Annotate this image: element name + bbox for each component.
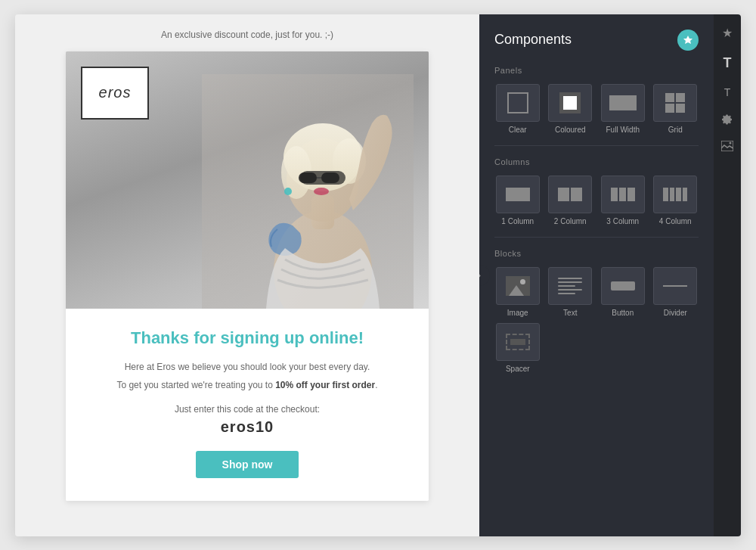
blocks-grid-2: Spacer [494, 323, 699, 373]
block-text-box [548, 267, 592, 305]
block-spacer-label: Spacer [506, 365, 530, 373]
panel-title: Components [494, 32, 572, 48]
svg-rect-9 [299, 172, 317, 183]
col-3-item[interactable]: 3 Column [600, 176, 646, 225]
email-body-line2: To get you started we're treating you to… [96, 378, 398, 393]
col-4-item[interactable]: 4 Column [652, 176, 699, 225]
grid-icon [665, 93, 685, 113]
brand-svg-icon [683, 35, 693, 45]
block-divider-item[interactable]: Divider [652, 267, 699, 317]
svg-point-14 [730, 141, 732, 144]
panel-clear-item[interactable]: Clear [494, 84, 541, 134]
svg-point-7 [314, 188, 329, 195]
coloured-icon-inner [563, 96, 577, 110]
divider-1 [494, 145, 699, 146]
main-container: An exclusive discount code, just for you… [15, 14, 741, 536]
blocks-section-label: Blocks [494, 249, 699, 258]
1col-icon [506, 188, 530, 201]
svg-point-12 [284, 188, 292, 195]
panel-brand-icon [677, 30, 699, 51]
right-sidebar: ★ T T [714, 14, 741, 536]
fullwidth-icon [609, 95, 637, 110]
columns-section-label: Columns [494, 157, 699, 166]
block-spacer-box [496, 323, 540, 361]
block-image-label: Image [507, 309, 528, 317]
coloured-icon [559, 92, 581, 113]
panel-clear-label: Clear [509, 126, 527, 134]
block-text-item[interactable]: Text [547, 267, 594, 317]
col-2-label: 2 Column [554, 217, 587, 225]
block-image-box [496, 267, 540, 305]
columns-grid: 1 Column 2 Column 3 Column [494, 176, 699, 225]
block-divider-label: Divider [664, 309, 687, 317]
panel-fullwidth-box [601, 84, 645, 122]
2col-icon [558, 188, 582, 201]
divider-icon [663, 285, 687, 287]
star-icon[interactable]: ★ [722, 26, 733, 40]
block-button-item[interactable]: Button [600, 267, 646, 317]
panel-grid-label: Grid [668, 126, 683, 134]
email-top-bar: An exclusive discount code, just for you… [30, 30, 464, 40]
email-logo: eros [81, 67, 149, 120]
col-3-label: 3 Column [606, 217, 639, 225]
panels-grid: Clear Coloured Full Width [494, 84, 699, 134]
panel-coloured-item[interactable]: Coloured [547, 84, 594, 134]
block-text-label: Text [563, 309, 577, 317]
4col-icon [663, 188, 687, 201]
panel-grid-item[interactable]: Grid [652, 84, 699, 134]
divider-2 [494, 237, 699, 238]
image-icon [506, 276, 530, 296]
panel-coloured-box [548, 84, 592, 122]
components-panel: › Components Panels Clear [479, 14, 714, 536]
3col-icon [611, 188, 635, 201]
shop-now-button[interactable]: Shop now [196, 451, 299, 478]
col-4-label: 4 Column [659, 217, 692, 225]
email-preview: An exclusive discount code, just for you… [15, 14, 479, 536]
svg-rect-10 [321, 172, 339, 183]
collapse-panel-button[interactable]: › [479, 265, 490, 286]
col-1-item[interactable]: 1 Column [494, 176, 541, 225]
col-4-box [653, 176, 697, 213]
email-body-line1: Here at Eros we believe you should look … [96, 360, 398, 374]
settings-gear-icon[interactable] [721, 113, 733, 126]
panel-clear-box [496, 84, 540, 122]
block-image-item[interactable]: Image [494, 267, 541, 317]
top-bar-text: An exclusive discount code, just for you… [161, 30, 333, 40]
text-icon [558, 278, 582, 294]
col-1-label: 1 Column [501, 217, 534, 225]
block-divider-box [653, 267, 697, 305]
block-button-label: Button [612, 309, 634, 317]
button-icon [611, 281, 635, 291]
clear-icon [507, 92, 528, 113]
col-1-box [496, 176, 540, 213]
heading-t-icon[interactable]: T [723, 55, 732, 71]
col-2-item[interactable]: 2 Column [547, 176, 594, 225]
panels-section-label: Panels [494, 66, 699, 75]
panel-coloured-label: Coloured [555, 126, 586, 134]
block-spacer-item[interactable]: Spacer [494, 323, 541, 373]
panel-grid-box [653, 84, 697, 122]
email-heading: Thanks for signing up online! [96, 328, 398, 350]
panel-fullwidth-label: Full Width [606, 126, 640, 134]
block-button-box [601, 267, 645, 305]
email-card: eros [66, 51, 429, 502]
spacer-icon [506, 334, 530, 350]
col-3-box [601, 176, 645, 213]
email-code-label: Just enter this code at the checkout: [96, 404, 398, 415]
woman-figure [202, 74, 414, 309]
blocks-grid: Image Text [494, 267, 699, 317]
text-t-icon[interactable]: T [724, 86, 731, 98]
panel-fullwidth-item[interactable]: Full Width [600, 84, 646, 134]
email-code: eros10 [96, 418, 398, 436]
email-hero: eros [66, 51, 429, 309]
panel-header: Components [494, 30, 699, 51]
image-block-icon[interactable] [721, 141, 733, 151]
col-2-box [548, 176, 592, 213]
email-body: Thanks for signing up online! Here at Er… [66, 309, 429, 502]
